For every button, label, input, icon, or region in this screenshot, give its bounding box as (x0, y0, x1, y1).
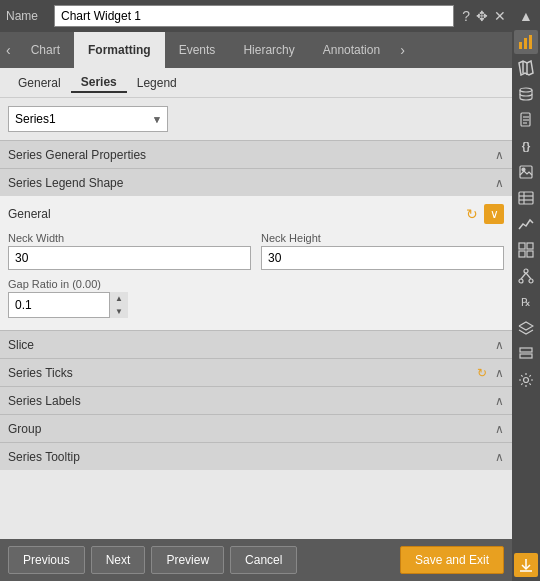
svg-line-25 (526, 273, 531, 279)
general-section-title: General (8, 207, 51, 221)
sidebar-nodes-icon[interactable] (514, 264, 538, 288)
section-series-ticks-chevron: ∧ (495, 366, 504, 380)
cancel-button[interactable]: Cancel (230, 546, 297, 574)
svg-rect-13 (519, 192, 533, 204)
general-refresh-icon[interactable]: ↻ (466, 206, 478, 222)
sidebar-download-icon[interactable] (514, 553, 538, 577)
svg-rect-26 (520, 348, 532, 352)
help-icon[interactable]: ? (462, 8, 470, 24)
previous-button[interactable]: Previous (8, 546, 85, 574)
tab-annotation[interactable]: Annotation (309, 32, 394, 68)
name-label: Name (6, 9, 46, 23)
preview-button[interactable]: Preview (151, 546, 224, 574)
svg-point-28 (524, 378, 529, 383)
neck-width-label: Neck Width (8, 232, 251, 244)
sidebar-grid-icon[interactable] (514, 238, 538, 262)
sidebar-up-icon[interactable]: ▲ (514, 4, 538, 28)
next-button[interactable]: Next (91, 546, 146, 574)
section-series-legend-label: Series Legend Shape (8, 176, 123, 190)
section-slice-chevron: ∧ (495, 338, 504, 352)
svg-line-24 (521, 273, 526, 279)
tab-series[interactable]: Series (71, 73, 127, 93)
section-series-tooltip-chevron: ∧ (495, 450, 504, 464)
section-series-tooltip-label: Series Tooltip (8, 450, 80, 464)
section-group[interactable]: Group ∧ (0, 414, 512, 442)
svg-rect-19 (519, 251, 525, 257)
svg-point-6 (520, 88, 532, 92)
tab-prev-arrow[interactable]: ‹ (0, 32, 17, 68)
svg-rect-1 (524, 38, 527, 49)
svg-marker-3 (519, 61, 533, 75)
gap-ratio-increment[interactable]: ▲ (110, 292, 128, 305)
section-series-general-chevron: ∧ (495, 148, 504, 162)
svg-rect-11 (520, 166, 532, 178)
section-series-ticks[interactable]: Series Ticks ↻ ∧ (0, 358, 512, 386)
section-series-legend-chevron: ∧ (495, 176, 504, 190)
save-exit-button[interactable]: Save and Exit (400, 546, 504, 574)
svg-point-21 (524, 269, 528, 273)
section-series-labels-label: Series Labels (8, 394, 81, 408)
section-series-ticks-label: Series Ticks (8, 366, 73, 380)
gap-ratio-label: Gap Ratio in (0.00) (8, 278, 504, 290)
sidebar-stack-icon[interactable] (514, 342, 538, 366)
section-series-legend[interactable]: Series Legend Shape ∧ (0, 168, 512, 196)
section-group-label: Group (8, 422, 41, 436)
tab-next-arrow[interactable]: › (394, 32, 411, 68)
neck-height-label: Neck Height (261, 232, 504, 244)
svg-rect-20 (527, 251, 533, 257)
tab-chart[interactable]: Chart (17, 32, 74, 68)
close-icon[interactable]: ✕ (494, 8, 506, 24)
svg-rect-18 (527, 243, 533, 249)
section-series-tooltip[interactable]: Series Tooltip ∧ (0, 442, 512, 470)
svg-rect-17 (519, 243, 525, 249)
series-dropdown[interactable]: Series1 Series2 (8, 106, 168, 132)
sidebar-chart-line-icon[interactable] (514, 212, 538, 236)
svg-point-23 (529, 279, 533, 283)
gap-ratio-decrement[interactable]: ▼ (110, 305, 128, 318)
sidebar-rx-icon[interactable]: ℞ (514, 290, 538, 314)
neck-height-input[interactable] (261, 246, 504, 270)
section-series-general-label: Series General Properties (8, 148, 146, 162)
general-collapse-btn[interactable]: ∨ (484, 204, 504, 224)
sidebar-table-icon[interactable] (514, 186, 538, 210)
section-series-labels[interactable]: Series Labels ∧ (0, 386, 512, 414)
sidebar-code-icon[interactable]: {} (514, 134, 538, 158)
section-slice[interactable]: Slice ∧ (0, 330, 512, 358)
move-icon[interactable]: ✥ (476, 8, 488, 24)
svg-rect-0 (519, 42, 522, 49)
sidebar-document-icon[interactable] (514, 108, 538, 132)
series-ticks-refresh-icon[interactable]: ↻ (477, 366, 487, 380)
sidebar-image-icon[interactable] (514, 160, 538, 184)
right-sidebar: ▲ {} ℞ (512, 0, 540, 581)
sidebar-settings-icon[interactable] (514, 368, 538, 392)
sidebar-layers-icon[interactable] (514, 316, 538, 340)
svg-rect-27 (520, 354, 532, 358)
sidebar-chart-bar-icon[interactable] (514, 30, 538, 54)
svg-point-22 (519, 279, 523, 283)
section-series-labels-chevron: ∧ (495, 394, 504, 408)
tab-formatting[interactable]: Formatting (74, 32, 165, 68)
sidebar-map-icon[interactable] (514, 56, 538, 80)
tab-events[interactable]: Events (165, 32, 230, 68)
section-group-chevron: ∧ (495, 422, 504, 436)
neck-width-input[interactable] (8, 246, 251, 270)
tab-general[interactable]: General (8, 74, 71, 92)
tab-hierarchy[interactable]: Hierarchy (229, 32, 308, 68)
sidebar-database-icon[interactable] (514, 82, 538, 106)
section-slice-label: Slice (8, 338, 34, 352)
section-series-general[interactable]: Series General Properties ∧ (0, 140, 512, 168)
tab-legend[interactable]: Legend (127, 74, 187, 92)
widget-name-input[interactable] (54, 5, 454, 27)
svg-point-12 (522, 168, 525, 171)
svg-rect-2 (529, 35, 532, 49)
